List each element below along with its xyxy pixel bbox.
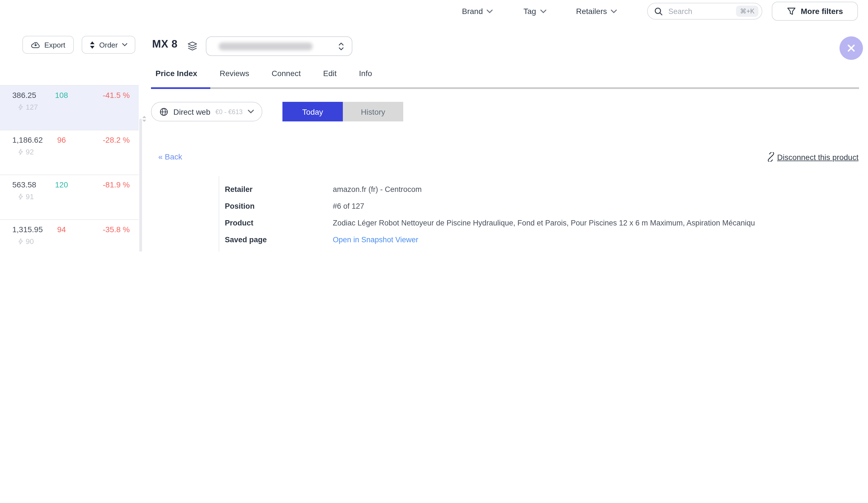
page-title: MX 8 <box>152 38 178 50</box>
avg-value: 1,315.95 <box>12 225 43 234</box>
close-icon <box>847 44 856 53</box>
chevron-down-icon <box>122 43 127 47</box>
search-input[interactable] <box>667 7 732 16</box>
updown-chevron-icon <box>338 42 344 51</box>
order-label: Order <box>99 41 118 49</box>
filter-funnel-icon <box>787 7 796 16</box>
sub-count: 127 <box>18 103 38 111</box>
order-button[interactable]: Order <box>82 36 135 54</box>
tab-underline <box>155 87 859 89</box>
tag-filter-label: Tag <box>524 7 536 16</box>
chevron-down-icon <box>540 9 546 13</box>
lightning-icon <box>18 148 23 155</box>
sub-count: 91 <box>18 193 34 201</box>
lightning-icon <box>18 238 23 245</box>
pi-avg-value: 94 <box>45 225 78 234</box>
detail-label: Position <box>225 202 255 211</box>
chevron-down-icon <box>248 110 254 114</box>
dif-chp-value: -35.8 % <box>103 225 130 234</box>
detail-label: Product <box>225 219 254 227</box>
search-icon <box>654 7 663 16</box>
broken-link-icon <box>766 152 776 162</box>
dif-chp-value: -81.9 % <box>103 180 130 189</box>
sort-icon[interactable] <box>142 116 146 122</box>
dif-chp-value: -28.2 % <box>103 135 130 144</box>
snapshot-viewer-link[interactable]: Open in Snapshot Viewer <box>333 236 418 244</box>
tab-price-index[interactable]: Price Index <box>155 69 197 78</box>
sub-count: 90 <box>18 237 34 246</box>
redacted-product-name <box>219 42 313 50</box>
export-button[interactable]: Export <box>22 36 74 54</box>
chevron-down-icon <box>487 9 493 13</box>
list-item[interactable]: 386.25 127 108 -41.5 % <box>0 85 139 130</box>
disconnect-label: Disconnect this product <box>777 153 858 162</box>
detail-value-retailer: amazon.fr (fr) - Centrocom <box>333 185 422 194</box>
more-filters-button[interactable]: More filters <box>772 2 858 21</box>
product-selector-dropdown[interactable] <box>206 37 352 56</box>
avg-value: 563.58 <box>12 180 37 189</box>
product-list: 386.25 127 108 -41.5 % 1,186.62 92 96 -2… <box>0 85 139 252</box>
pi-avg-value: 120 <box>45 180 78 189</box>
source-dropdown[interactable]: Direct web €0 - €613 <box>151 102 262 121</box>
toggle-today[interactable]: Today <box>282 102 343 121</box>
avg-value: 1,186.62 <box>12 135 43 144</box>
search-box[interactable]: ⌘+K <box>647 3 762 20</box>
pi-avg-value: 96 <box>45 135 78 144</box>
sidebar-scrollbar[interactable] <box>139 119 142 252</box>
tag-filter-dropdown[interactable]: Tag <box>524 7 546 16</box>
tab-info[interactable]: Info <box>359 69 372 78</box>
detail-value-position: #6 of 127 <box>333 202 364 211</box>
tab-connect[interactable]: Connect <box>271 69 301 78</box>
brand-filter-label: Brand <box>462 7 483 16</box>
active-tab-indicator <box>151 87 210 89</box>
source-label: Direct web <box>173 107 210 116</box>
disconnect-product-link[interactable]: Disconnect this product <box>766 152 858 162</box>
list-item[interactable]: 1,186.62 92 96 -28.2 % <box>0 130 139 175</box>
globe-icon <box>159 107 168 116</box>
brand-filter-dropdown[interactable]: Brand <box>462 7 493 16</box>
lightning-icon <box>18 103 23 111</box>
detail-label: Saved page <box>225 236 267 244</box>
close-panel-button[interactable] <box>839 37 863 60</box>
back-link[interactable]: « Back <box>158 152 182 161</box>
layers-icon[interactable] <box>187 40 198 51</box>
content-divider <box>219 176 219 252</box>
source-price-range: €0 - €613 <box>215 108 242 115</box>
detail-value-product: Zodiac Léger Robot Nettoyeur de Piscine … <box>333 219 861 227</box>
more-filters-label: More filters <box>801 7 843 16</box>
sub-count: 92 <box>18 148 34 156</box>
dif-chp-value: -41.5 % <box>103 91 130 100</box>
pi-avg-value: 108 <box>45 91 78 100</box>
tab-bar: Price Index Reviews Connect Edit Info <box>155 69 372 78</box>
lightning-icon <box>18 193 23 200</box>
toggle-history[interactable]: History <box>343 102 403 121</box>
cloud-download-icon <box>31 41 40 49</box>
search-shortcut-badge: ⌘+K <box>736 6 758 17</box>
detail-label: Retailer <box>225 185 252 194</box>
retailers-filter-dropdown[interactable]: Retailers <box>576 7 617 16</box>
sort-updown-icon <box>90 41 95 48</box>
export-label: Export <box>44 41 65 49</box>
avg-value: 386.25 <box>12 91 37 100</box>
list-item[interactable]: 563.58 91 120 -81.9 % <box>0 175 139 219</box>
app-window: Brand Tag Retailers ⌘+K More filters Exp… <box>0 0 868 252</box>
retailers-filter-label: Retailers <box>576 7 607 16</box>
list-item[interactable]: 1,315.95 90 94 -35.8 % <box>0 219 139 252</box>
chevron-down-icon <box>611 9 617 13</box>
tab-edit[interactable]: Edit <box>323 69 337 78</box>
tab-reviews[interactable]: Reviews <box>219 69 249 78</box>
